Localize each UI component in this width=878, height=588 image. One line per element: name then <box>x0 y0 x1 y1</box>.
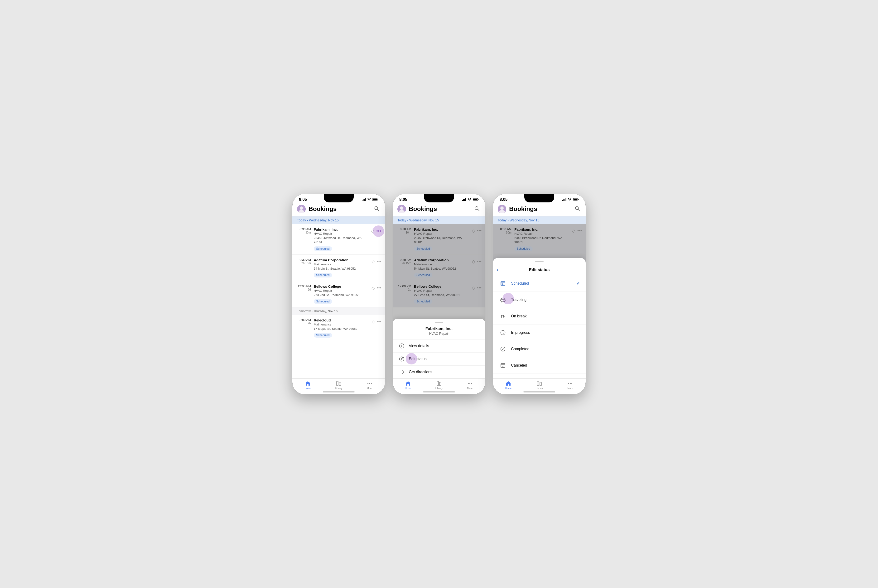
svg-rect-31 <box>440 382 441 386</box>
diamond-icon-t0[interactable]: ◇ <box>372 319 375 324</box>
battery-icon-2 <box>473 198 479 201</box>
back-button[interactable]: ‹ <box>497 267 498 273</box>
more-icon-t0[interactable]: ••• <box>377 319 381 324</box>
nav-more-2[interactable]: More <box>455 381 485 390</box>
bookings-list-1[interactable]: 8:30 AM 30m Fabrikam, Inc. HVAC Repair 2… <box>292 224 385 378</box>
svg-rect-3 <box>365 198 366 201</box>
svg-rect-1 <box>363 200 364 201</box>
page-title-2: Bookings <box>409 205 471 213</box>
booking-item-0[interactable]: 8:30 AM 30m Fabrikam, Inc. HVAC Repair 2… <box>292 224 385 255</box>
sheet-company-service: HVAC Repair <box>398 332 480 336</box>
avatar-3 <box>498 205 506 213</box>
svg-point-32 <box>468 383 469 384</box>
svg-rect-47 <box>502 281 502 282</box>
traveling-icon <box>499 296 507 304</box>
status-option-in-progress[interactable]: In progress <box>493 324 586 341</box>
status-option-completed[interactable]: Completed <box>493 341 586 357</box>
svg-line-26 <box>478 209 479 211</box>
search-button-3[interactable] <box>574 205 581 213</box>
date-header-2: Today • Wednesday, Nov 15 <box>393 216 485 224</box>
on-break-label: On break <box>511 314 580 318</box>
svg-point-53 <box>501 346 505 351</box>
tomorrow-actions-0[interactable]: ◇ ••• <box>372 318 381 324</box>
wifi-icon-1 <box>367 198 371 201</box>
search-button-1[interactable] <box>373 205 380 213</box>
diamond-icon-2[interactable]: ◇ <box>372 285 375 291</box>
diamond-icon-0[interactable]: ◇ <box>371 228 374 234</box>
view-details-label: View details <box>409 344 429 348</box>
svg-rect-49 <box>501 299 505 301</box>
nav-more-3[interactable]: More <box>555 381 586 390</box>
booking-actions-2[interactable]: ◇ ••• <box>372 284 381 291</box>
booking-actions-1[interactable]: ◇ ••• <box>372 258 381 264</box>
more-icon-2[interactable]: ••• <box>377 286 381 291</box>
nav-library-1[interactable]: Library <box>323 381 354 390</box>
more-icon-0[interactable]: ••• <box>376 228 381 234</box>
tomorrow-details-0: Relecloud Maintenance 17 Maple St, Seatt… <box>314 318 369 338</box>
svg-text:i: i <box>401 344 402 348</box>
status-option-scheduled[interactable]: Scheduled ✓ <box>493 275 586 292</box>
svg-rect-37 <box>564 199 565 201</box>
view-details-item[interactable]: i View details <box>393 339 485 352</box>
search-icon-1 <box>374 206 379 211</box>
edit-status-icon <box>398 356 405 362</box>
more-dots-icon-2 <box>467 381 473 386</box>
more-dots-icon-1 <box>367 381 372 386</box>
svg-rect-16 <box>462 200 463 201</box>
canceled-label: Canceled <box>511 363 580 368</box>
diamond-icon-1[interactable]: ◇ <box>372 259 375 264</box>
nav-library-3[interactable]: Library <box>524 381 555 390</box>
tomorrow-booking-0[interactable]: 8:00 AM 2h Relecloud Maintenance 17 Mapl… <box>292 315 385 341</box>
svg-rect-0 <box>362 200 362 201</box>
in-progress-icon <box>499 328 507 337</box>
scheduled-label: Scheduled <box>511 281 576 286</box>
svg-point-33 <box>470 383 470 384</box>
date-header-3: Today • Wednesday, Nov 15 <box>493 216 586 224</box>
svg-rect-2 <box>364 199 365 201</box>
nav-home-1[interactable]: Home <box>292 381 323 390</box>
home-icon-3 <box>506 381 511 386</box>
nav-home-3[interactable]: Home <box>493 381 524 390</box>
wifi-icon-3 <box>568 198 572 201</box>
svg-rect-11 <box>336 381 338 386</box>
edit-status-sheet[interactable]: ‹ Edit status Scheduled ✓ <box>493 258 586 378</box>
tomorrow-divider-1: Tomorrow • Thursday, Nov 16 <box>292 308 385 315</box>
check-icon: ✓ <box>576 281 580 286</box>
status-icons-3 <box>562 198 579 201</box>
booking-time-1: 9:30 AM 2h 15m <box>296 258 311 265</box>
date-header-1: Today • Wednesday, Nov 15 <box>292 216 385 224</box>
search-icon-3 <box>575 206 580 211</box>
on-break-icon <box>499 312 507 321</box>
status-option-traveling[interactable]: Traveling <box>493 292 586 308</box>
edit-status-item[interactable]: Edit status <box>393 352 485 366</box>
booking-item-1[interactable]: 9:30 AM 2h 15m Adatum Corporation Mainte… <box>292 255 385 281</box>
svg-point-59 <box>568 383 569 384</box>
nav-home-2[interactable]: Home <box>393 381 423 390</box>
search-button-2[interactable] <box>473 205 480 213</box>
traveling-label: Traveling <box>511 298 580 302</box>
svg-point-23 <box>400 207 403 210</box>
booking-actions-0[interactable]: ◇ ••• <box>371 227 381 234</box>
app-header-2: Bookings <box>393 202 485 216</box>
search-icon-2 <box>474 206 480 211</box>
phone-2: 8:05 Bookings <box>393 194 485 394</box>
nav-more-1[interactable]: More <box>354 381 385 390</box>
time-3: 8:05 <box>500 197 507 202</box>
status-badge-0: Scheduled <box>314 246 332 251</box>
status-option-on-break[interactable]: On break <box>493 308 586 324</box>
booking-item-2[interactable]: 12:00 PM 2d Bellows College HVAC Repair … <box>292 281 385 308</box>
svg-point-60 <box>570 383 571 384</box>
context-menu-sheet[interactable]: Fabrikam, Inc. HVAC Repair i View detail… <box>393 319 485 378</box>
tomorrow-time-0: 8:00 AM 2h <box>296 318 311 325</box>
svg-rect-35 <box>562 200 563 201</box>
svg-point-15 <box>371 383 372 384</box>
status-option-canceled[interactable]: Canceled <box>493 357 586 374</box>
svg-point-29 <box>399 357 404 361</box>
get-directions-item[interactable]: Get directions <box>393 366 485 378</box>
svg-rect-18 <box>464 199 465 201</box>
status-bar-2: 8:05 <box>393 194 485 202</box>
more-icon-1[interactable]: ••• <box>377 259 381 264</box>
nav-library-2[interactable]: Library <box>423 381 455 390</box>
svg-point-7 <box>300 207 303 210</box>
svg-point-42 <box>500 207 504 210</box>
